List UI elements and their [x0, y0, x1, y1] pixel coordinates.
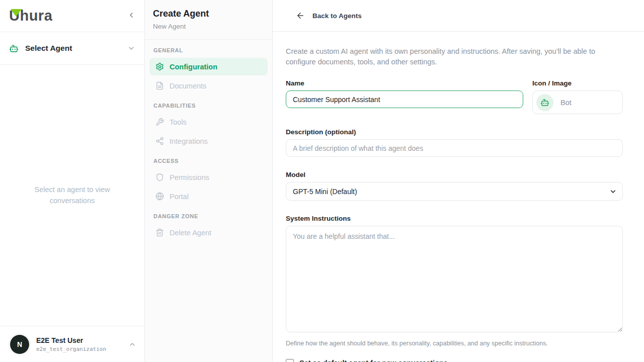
- nav-item-label: Tools: [170, 118, 187, 126]
- avatar: N: [10, 335, 29, 354]
- form-intro-text: Create a custom AI agent with its own pe…: [286, 46, 623, 67]
- bot-icon: [9, 44, 19, 53]
- gear-icon: [155, 62, 164, 71]
- bot-avatar-icon: [536, 94, 553, 111]
- empty-state-text: Select an agent to view conversations: [0, 65, 144, 326]
- globe-icon: [155, 192, 164, 201]
- chevron-up-icon: [128, 340, 136, 348]
- file-icon: [155, 81, 164, 90]
- page-subtitle: New Agent: [153, 23, 264, 30]
- logo-triangle-icon: [11, 9, 22, 17]
- nav-item-label: Integrations: [170, 137, 208, 145]
- sidebar-header: Uhura: [0, 0, 144, 32]
- model-label: Model: [286, 171, 623, 179]
- user-menu[interactable]: N E2E Test User e2e_test_organization: [0, 326, 144, 362]
- icon-picker-label: Bot: [560, 99, 572, 107]
- nav-item-configuration[interactable]: Configuration: [149, 58, 268, 75]
- default-agent-label[interactable]: Set as default agent for new conversatio…: [299, 359, 448, 362]
- nav-item-label: Delete Agent: [170, 229, 211, 237]
- main-header: Back to Agents: [273, 0, 644, 32]
- nav-section-capabilities: CAPABILITIES: [149, 103, 268, 109]
- create-agent-form: Create a custom AI agent with its own pe…: [273, 32, 644, 362]
- agent-settings-sidebar: Create Agent New Agent GENERAL Configura…: [145, 0, 273, 362]
- nav-section-access: ACCESS: [149, 158, 268, 164]
- icon-picker-button[interactable]: Bot: [532, 90, 623, 114]
- share-icon: [155, 137, 164, 145]
- nav-item-label: Portal: [170, 193, 189, 201]
- icon-field-group: Icon / Image Bot: [532, 79, 623, 114]
- brand-logo: Uhura: [9, 8, 52, 24]
- user-organization: e2e_test_organization: [36, 346, 106, 352]
- nav-item-label: Permissions: [170, 173, 209, 182]
- arrow-left-icon: [296, 11, 305, 20]
- name-input[interactable]: [286, 90, 523, 108]
- nav-item-delete-agent[interactable]: Delete Agent: [149, 224, 268, 241]
- nav-item-tools[interactable]: Tools: [149, 113, 268, 131]
- back-to-agents-button[interactable]: Back to Agents: [296, 11, 362, 20]
- nav-item-integrations[interactable]: Integrations: [149, 132, 268, 150]
- user-name: E2E Test User: [36, 336, 106, 344]
- nav-item-permissions[interactable]: Permissions: [149, 168, 268, 186]
- wrench-icon: [155, 118, 164, 126]
- nav-section-danger-zone: DANGER ZONE: [149, 213, 268, 219]
- agent-settings-nav: GENERAL Configuration Documents CAPABILI…: [145, 40, 272, 250]
- main-panel: Back to Agents Create a custom AI agent …: [273, 0, 644, 362]
- nav-item-label: Configuration: [170, 63, 217, 71]
- name-label: Name: [286, 79, 523, 87]
- default-agent-checkbox[interactable]: [286, 359, 294, 362]
- instructions-field-group: System Instructions Define how the agent…: [286, 215, 623, 347]
- model-field-group: Model GPT-5 Mini (Default): [286, 171, 623, 201]
- icon-image-label: Icon / Image: [532, 79, 623, 87]
- chevron-down-icon: [127, 44, 135, 52]
- collapse-sidebar-button[interactable]: [125, 9, 137, 23]
- shield-icon: [155, 173, 164, 182]
- name-field-group: Name: [286, 79, 523, 114]
- select-agent-dropdown[interactable]: Select Agent: [0, 32, 144, 65]
- nav-item-label: Documents: [170, 82, 206, 90]
- default-agent-row: Set as default agent for new conversatio…: [286, 359, 623, 362]
- trash-icon: [155, 228, 164, 237]
- page-title: Create Agent: [153, 9, 264, 19]
- name-icon-row: Name Icon / Image Bot: [286, 79, 623, 114]
- nav-item-documents[interactable]: Documents: [149, 77, 268, 95]
- nav-item-portal[interactable]: Portal: [149, 188, 268, 205]
- nav-section-general: GENERAL: [149, 47, 268, 53]
- back-to-agents-label: Back to Agents: [312, 12, 362, 20]
- instructions-helper-text: Define how the agent should behave, its …: [286, 340, 623, 347]
- app-root: Uhura Select Agent Select an agent to vi…: [0, 0, 644, 362]
- description-label: Description (optional): [286, 128, 623, 136]
- system-instructions-label: System Instructions: [286, 215, 623, 223]
- description-field-group: Description (optional): [286, 128, 623, 157]
- select-agent-label: Select Agent: [25, 44, 72, 53]
- user-meta: E2E Test User e2e_test_organization: [36, 336, 106, 352]
- chevron-left-icon: [127, 11, 135, 19]
- system-instructions-textarea[interactable]: [286, 226, 623, 332]
- model-select[interactable]: GPT-5 Mini (Default): [286, 182, 623, 201]
- conversations-sidebar: Uhura Select Agent Select an agent to vi…: [0, 0, 145, 362]
- description-input[interactable]: [286, 139, 623, 157]
- agent-settings-header: Create Agent New Agent: [145, 0, 272, 40]
